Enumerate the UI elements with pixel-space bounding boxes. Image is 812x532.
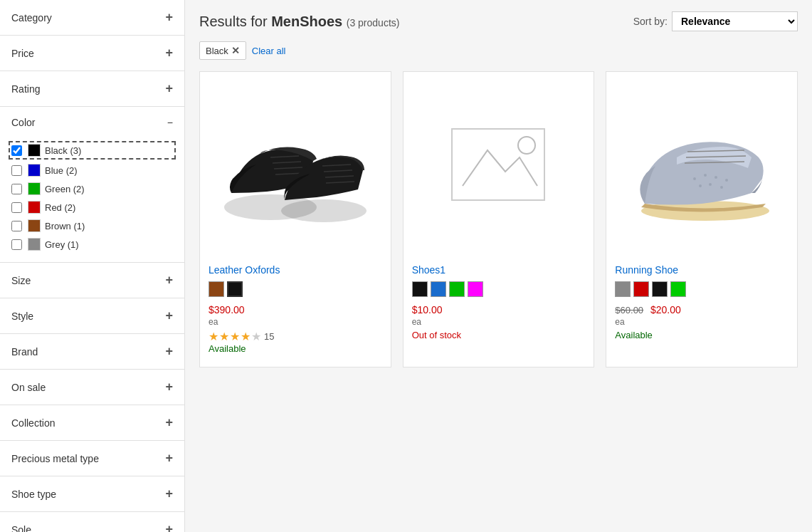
product-swatch-green[interactable]: [449, 281, 465, 297]
color-label-blue[interactable]: Blue (2): [45, 165, 78, 176]
color-label-green[interactable]: Green (2): [45, 184, 85, 194]
star-4: ★: [241, 330, 251, 343]
color-option-brown[interactable]: Brown (1): [9, 217, 176, 235]
product-swatch-magenta[interactable]: [468, 281, 483, 297]
product-swatch-grey[interactable]: [615, 281, 631, 297]
active-filter-black-label: Black: [206, 46, 228, 56]
product-price-running-shoe: $60.00 $20.00: [615, 304, 789, 315]
filter-rating: Rating +: [0, 71, 184, 107]
filter-style-toggle-icon: +: [165, 308, 173, 323]
sidebar: Category + Price + Rating + Color −: [0, 0, 185, 532]
color-checkbox-red[interactable]: [11, 202, 22, 213]
filter-shoe-type-header[interactable]: Shoe type +: [0, 476, 184, 511]
product-card-running-shoe: Running Shoe $60.00 $20.00 ea Available: [606, 71, 798, 367]
filter-precious-metal-header[interactable]: Precious metal type +: [0, 441, 184, 476]
clear-all-link[interactable]: Clear all: [252, 46, 286, 56]
color-option-blue[interactable]: Blue (2): [9, 161, 176, 179]
product-price-value: $10.00: [412, 304, 443, 315]
product-swatch-black[interactable]: [227, 281, 243, 297]
product-swatch-green[interactable]: [670, 281, 686, 297]
main-content: Results for MenShoes (3 products) Sort b…: [185, 0, 812, 532]
color-label-grey[interactable]: Grey (1): [45, 239, 79, 250]
filter-collection: Collection +: [0, 405, 184, 441]
product-info-running-shoe: Running Shoe $60.00 $20.00 ea Available: [606, 257, 797, 353]
svg-point-22: [720, 186, 723, 189]
filter-size-header[interactable]: Size +: [0, 263, 184, 298]
color-option-grey[interactable]: Grey (1): [9, 235, 176, 254]
product-image-running-shoe: [606, 72, 797, 257]
product-swatch-black[interactable]: [412, 281, 428, 297]
color-checkbox-black[interactable]: [11, 145, 22, 156]
product-stars: ★ ★ ★ ★ ★: [209, 330, 261, 343]
product-rating-leather-oxfords: ★ ★ ★ ★ ★ 15: [209, 330, 382, 343]
filter-precious-metal-label: Precious metal type: [11, 453, 99, 464]
results-count: (3 products): [347, 17, 400, 28]
filter-color-label: Color: [11, 117, 35, 128]
results-query: MenShoes: [271, 14, 342, 29]
product-price-sale: $20.00: [650, 304, 681, 315]
color-label-black[interactable]: Black (3): [45, 145, 81, 156]
results-title: Results for MenShoes (3 products): [199, 14, 399, 29]
color-label-red[interactable]: Red (2): [45, 202, 75, 213]
product-svg-running-shoe: [623, 100, 780, 229]
color-swatch-grey: [28, 238, 41, 251]
color-checkbox-brown[interactable]: [11, 221, 22, 231]
sort-area: Sort by: Relevance Price: Low to High Pr…: [633, 11, 798, 31]
product-name-shoes1[interactable]: Shoes1: [412, 264, 586, 276]
color-swatch-red: [28, 201, 41, 214]
color-label-brown[interactable]: Brown (1): [45, 221, 85, 231]
sort-select[interactable]: Relevance Price: Low to High Price: High…: [672, 11, 798, 31]
filter-collection-header[interactable]: Collection +: [0, 405, 184, 440]
filter-category-toggle-icon: +: [165, 10, 173, 25]
color-swatch-brown: [28, 219, 41, 232]
filter-brand-toggle-icon: +: [165, 344, 173, 359]
filter-brand-label: Brand: [11, 346, 38, 358]
product-stock-running-shoe: Available: [615, 330, 789, 340]
filter-sole-toggle-icon: +: [165, 522, 173, 532]
active-filter-black-remove[interactable]: ✕: [231, 45, 240, 56]
product-name-leather-oxfords[interactable]: Leather Oxfords: [209, 264, 382, 276]
filter-size: Size +: [0, 263, 184, 298]
color-option-black[interactable]: Black (3): [9, 141, 176, 160]
product-swatch-blue[interactable]: [431, 281, 446, 297]
product-swatch-red[interactable]: [633, 281, 649, 297]
svg-point-19: [725, 179, 728, 182]
product-image-leather-oxfords: [200, 72, 391, 257]
product-name-running-shoe[interactable]: Running Shoe: [615, 264, 789, 276]
product-swatch-black[interactable]: [652, 281, 668, 297]
product-unit-shoes1: ea: [412, 317, 586, 327]
star-5: ★: [251, 330, 261, 343]
filter-price-label: Price: [11, 48, 34, 59]
product-grid: Leather Oxfords $390.00 ea ★ ★ ★: [199, 71, 798, 367]
product-image-shoes1: [404, 72, 594, 257]
color-option-green[interactable]: Green (2): [9, 179, 176, 198]
product-price-shoes1: $10.00: [412, 304, 586, 315]
star-1: ★: [209, 330, 218, 343]
filter-onsale-header[interactable]: On sale +: [0, 370, 184, 405]
filter-brand-header[interactable]: Brand +: [0, 334, 184, 369]
filter-color-header[interactable]: Color −: [0, 107, 184, 138]
color-swatch-blue: [28, 164, 41, 177]
filter-sole-header[interactable]: Sole +: [0, 512, 184, 532]
filter-category: Category +: [0, 0, 184, 36]
filter-onsale-label: On sale: [11, 382, 46, 393]
product-swatch-brown[interactable]: [209, 281, 224, 297]
color-option-red[interactable]: Red (2): [9, 198, 176, 217]
filter-style-header[interactable]: Style +: [0, 298, 184, 333]
filter-style: Style +: [0, 298, 184, 334]
color-checkbox-green[interactable]: [11, 184, 22, 194]
active-filters: Black ✕ Clear all: [199, 41, 798, 60]
filter-category-header[interactable]: Category +: [0, 0, 184, 35]
filter-price-header[interactable]: Price +: [0, 36, 184, 71]
filter-collection-label: Collection: [11, 417, 55, 429]
filter-shoe-type: Shoe type +: [0, 476, 184, 512]
svg-point-17: [704, 174, 707, 177]
product-info-leather-oxfords: Leather Oxfords $390.00 ea ★ ★ ★: [200, 257, 391, 367]
filter-rating-toggle-icon: +: [165, 81, 173, 96]
color-checkbox-grey[interactable]: [11, 239, 22, 250]
filter-category-label: Category: [11, 12, 52, 24]
filter-rating-header[interactable]: Rating +: [0, 71, 184, 106]
product-card-shoes1: Shoes1 $10.00 ea Out of stock: [403, 71, 595, 367]
product-stock-shoes1: Out of stock: [412, 330, 586, 340]
color-checkbox-blue[interactable]: [11, 165, 22, 176]
